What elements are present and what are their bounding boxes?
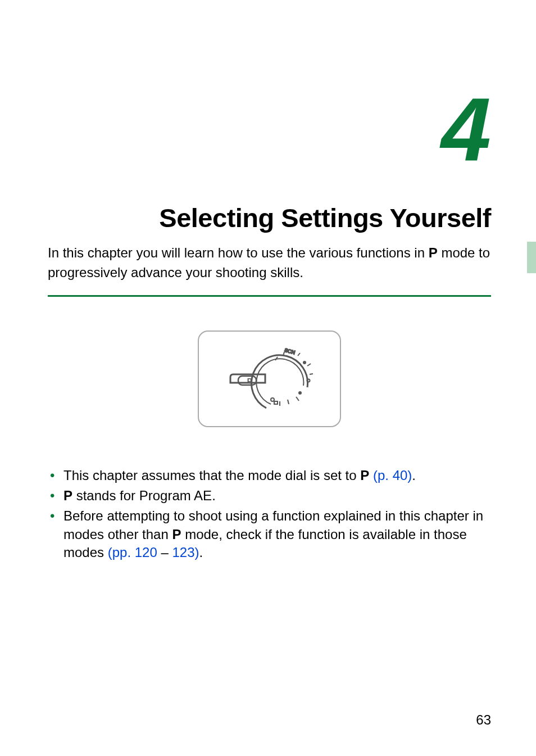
bullet-text: stands for Program AE. [72,488,216,503]
bullet-list: This chapter assumes that the mode dial … [48,467,491,562]
bullet-text: . [412,468,416,483]
page-link[interactable]: 123) [172,545,199,560]
svg-rect-5 [274,401,278,404]
chapter-title: Selecting Settings Yourself [48,202,491,233]
p-mode-icon: P [172,527,181,542]
svg-point-7 [299,392,301,394]
p-mode-icon: P [429,245,438,260]
list-item: Before attempting to shoot using a funct… [48,507,491,562]
svg-point-3 [303,361,306,364]
chapter-intro: In this chapter you will learn how to us… [48,243,491,283]
mode-dial-icon: P SCN [226,343,313,414]
bullet-text: This chapter assumes that the mode dial … [63,468,360,483]
svg-point-6 [271,398,274,401]
svg-point-4 [307,379,310,382]
page-container: 4 Selecting Settings Yourself In this ch… [0,0,536,756]
page-number: 63 [476,712,491,728]
p-mode-icon: P [360,468,369,483]
bullet-text: . [199,545,203,560]
page-link[interactable]: (p. 40) [369,468,412,483]
page-link[interactable]: (pp. 120 [108,545,157,560]
bullet-text: – [157,545,172,560]
list-item: This chapter assumes that the mode dial … [48,467,491,485]
green-divider [48,295,491,297]
p-mode-icon: P [63,488,72,503]
list-item: P stands for Program AE. [48,487,491,505]
intro-text-pre: In this chapter you will learn how to us… [48,245,429,260]
chapter-number: 4 [48,84,491,174]
mode-dial-figure: P SCN [198,331,341,427]
svg-text:SCN: SCN [284,347,296,356]
